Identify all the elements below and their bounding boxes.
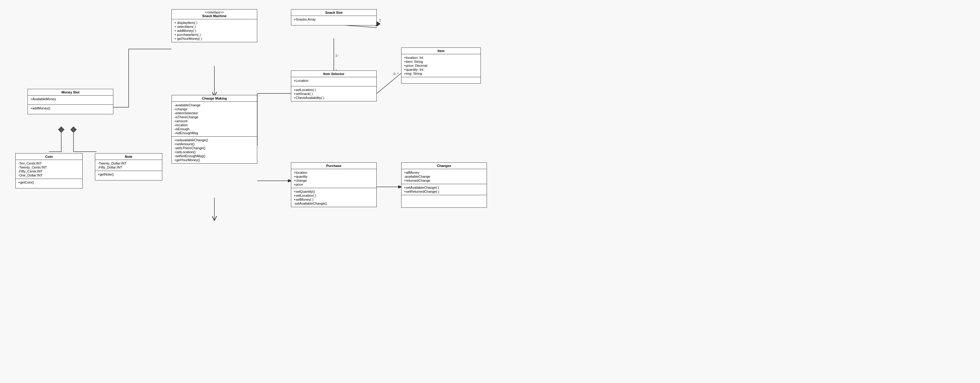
method-checkavail: +CheckAvailability( ) bbox=[294, 96, 374, 100]
method-setloc-cm: +setLocation() bbox=[174, 150, 255, 154]
snack-slot-attrs: +Snacks:Array bbox=[291, 16, 376, 25]
note-attrs: -Twenty_Dollar:INT -Fifty_Dollar:INT bbox=[95, 160, 162, 171]
purchase-name: Purchase bbox=[326, 164, 342, 168]
svg-line-3 bbox=[377, 72, 403, 93]
changes-methods: +setAvailableChange( ) +setReturnedChang… bbox=[401, 184, 487, 195]
snack-slot-class: Snack Slot +Snacks:Array bbox=[291, 9, 377, 26]
attr-isenough: -isEnough bbox=[174, 127, 255, 131]
note-methods: +getNote() bbox=[95, 171, 162, 180]
connections-layer: 1↑ 1 1 0..* bbox=[0, 0, 980, 383]
snack-machine-stereotype: <<interface>> bbox=[174, 11, 255, 14]
item-selector-attrs: +Location bbox=[291, 77, 376, 86]
coin-name: Coin bbox=[45, 155, 52, 158]
attr-availmoney: +AvailableMoney bbox=[30, 97, 111, 101]
snack-slot-name: Snack Slot bbox=[325, 11, 342, 14]
change-making-header: Change Making bbox=[172, 95, 257, 102]
method-addmoney: + addMoney( ) bbox=[174, 29, 255, 32]
changes-class: Changes +allMoney -availableChange +retu… bbox=[401, 163, 487, 208]
attr-amount: +amount bbox=[174, 119, 255, 123]
item-methods-empty bbox=[401, 77, 480, 83]
purchase-attrs: +location +quantity +change +price bbox=[291, 169, 376, 188]
method-display: + displayItem( ) bbox=[174, 21, 255, 24]
money-slot-attrs: +AvailableMoney bbox=[28, 96, 113, 105]
method-setreturnedchange: +setReturnedChange( ) bbox=[404, 190, 484, 193]
method-setqty: +setQuantity() bbox=[294, 190, 374, 193]
method-setloc-p: +setLocation( ) bbox=[294, 194, 374, 197]
snack-machine-name: Snack Machine bbox=[202, 14, 226, 18]
method-setistherechange: -setIsThereChange() bbox=[174, 146, 255, 150]
coin-methods: +getCoin() bbox=[16, 179, 83, 188]
attr-quantity: +quantity: Int bbox=[404, 68, 478, 72]
attr-isitemsel: -isItemSelected bbox=[174, 111, 255, 115]
changes-bottom-empty bbox=[401, 195, 487, 207]
attr-price: +price: Decimal bbox=[404, 64, 478, 67]
attr-allmoney: +allMoney bbox=[404, 171, 484, 174]
svg-marker-8 bbox=[58, 126, 64, 132]
diagram-canvas: 1↑ 1 1 0..* <<interface>> Snack Machine … bbox=[0, 0, 980, 383]
changes-name: Changes bbox=[437, 164, 451, 168]
method-setavailchange-p: -setAvailableChange() bbox=[294, 202, 374, 205]
svg-text:1: 1 bbox=[379, 18, 381, 22]
method-getyourmoney: + getYourMoney( ) bbox=[174, 37, 255, 40]
method-setavailchange: +setavailableChange() bbox=[174, 138, 255, 142]
money-slot-methods: +addMoney() bbox=[28, 105, 113, 114]
method-addmoney-ms: +addMoney() bbox=[30, 106, 111, 110]
item-name: Item bbox=[438, 49, 445, 53]
attr-fifty: -Fifty_Cents:INT bbox=[18, 169, 80, 173]
snack-machine-class: <<interface>> Snack Machine + displayIte… bbox=[172, 9, 257, 42]
item-selector-header: Item Selector bbox=[291, 71, 376, 77]
attr-notenoughmsg: -notEnoughMsg bbox=[174, 131, 255, 135]
item-attrs: +location: Int +item: String +price: Dec… bbox=[401, 54, 480, 77]
money-slot-class: Money Slot +AvailableMoney +addMoney() bbox=[27, 89, 113, 114]
method-getyourmoney-cm: +getYourMoney() bbox=[174, 158, 255, 162]
method-select: + selectItem( ) bbox=[174, 25, 255, 29]
money-slot-name: Money Slot bbox=[62, 90, 80, 94]
svg-text:1↑: 1↑ bbox=[335, 54, 339, 57]
attr-item: +item: String bbox=[404, 60, 478, 64]
attr-img: +img: String bbox=[404, 72, 478, 75]
item-selector-methods: +setLocation( ) +setSnack( ) +CheckAvail… bbox=[291, 86, 376, 101]
changes-header: Changes bbox=[401, 163, 487, 169]
item-class: Item +location: Int +item: String +price… bbox=[401, 48, 481, 84]
method-getcoin: +getCoin() bbox=[18, 180, 80, 184]
method-getnote: +getNote() bbox=[98, 172, 159, 176]
snack-machine-methods: + displayItem( ) + selectItem( ) + addMo… bbox=[172, 19, 257, 42]
attr-change-p: +change bbox=[294, 179, 374, 182]
attr-availchange-c: -availableChange bbox=[404, 175, 484, 178]
item-selector-class: Item Selector +Location +setLocation( ) … bbox=[291, 70, 377, 101]
attr-qty: +quantity bbox=[294, 175, 374, 178]
change-making-name: Change Making bbox=[202, 97, 227, 100]
svg-marker-9 bbox=[70, 126, 76, 132]
attr-location-cm: +location bbox=[174, 123, 255, 127]
coin-attrs: -Ten_Cents:INT -Twenty_Cents:INT -Fifty_… bbox=[16, 160, 83, 179]
attr-fiftydollar: -Fifty_Dollar:INT bbox=[98, 166, 159, 169]
purchase-class: Purchase +location +quantity +change +pr… bbox=[291, 163, 377, 207]
attr-change: +change bbox=[174, 107, 255, 111]
change-making-attrs: -availableChange +change -isItemSelected… bbox=[172, 102, 257, 137]
change-making-methods: +setavailableChange() +setAmount() -setI… bbox=[172, 137, 257, 163]
method-purchase: + purchaseItem( ) bbox=[174, 33, 255, 37]
attr-loc-p: +location bbox=[294, 171, 374, 174]
attr-loc: +Location bbox=[294, 79, 374, 82]
method-setsnack: +setSnack( ) bbox=[294, 92, 374, 96]
method-setnotenoughmsg: -setNotEnoughMsg() bbox=[174, 154, 255, 158]
attr-location: +location: Int bbox=[404, 56, 478, 59]
method-setmoney: +setMoney( ) bbox=[294, 198, 374, 201]
snack-slot-header: Snack Slot bbox=[291, 10, 376, 16]
attr-onedollar: -One_Dollar:INT bbox=[18, 174, 80, 177]
method-setamount: +setAmount() bbox=[174, 142, 255, 146]
attr-istherechange: -isThereChange bbox=[174, 115, 255, 119]
attr-price: +price bbox=[294, 183, 374, 186]
coin-class: Coin -Ten_Cents:INT -Twenty_Cents:INT -F… bbox=[15, 153, 83, 188]
item-header: Item bbox=[401, 48, 480, 54]
changes-attrs: +allMoney -availableChange +returnedChan… bbox=[401, 169, 487, 184]
attr-twentydollar: -Twenty_Dollar:INT bbox=[98, 161, 159, 165]
purchase-header: Purchase bbox=[291, 163, 376, 169]
attr-twenty: -Twenty_Cents:INT bbox=[18, 166, 80, 169]
svg-text:0..*: 0..* bbox=[393, 72, 399, 76]
purchase-methods: +setQuantity() +setLocation( ) +setMoney… bbox=[291, 188, 376, 207]
attr-snacks: +Snacks:Array bbox=[294, 18, 374, 21]
coin-header: Coin bbox=[16, 153, 83, 160]
money-slot-header: Money Slot bbox=[28, 89, 113, 96]
note-class: Note -Twenty_Dollar:INT -Fifty_Dollar:IN… bbox=[95, 153, 162, 180]
